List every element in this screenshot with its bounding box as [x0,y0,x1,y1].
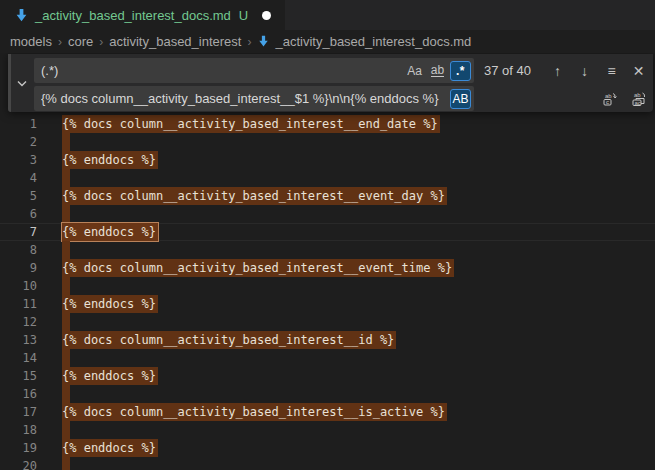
replace-row: {% docs column__activity_based_interest_… [34,86,649,111]
line-text[interactable] [62,385,70,403]
code-lines: 1{% docs column__activity_based_interest… [0,53,655,470]
whole-word-icon: ab [431,65,444,77]
next-match-button[interactable]: ↓ [574,60,595,81]
search-match-empty [62,205,70,223]
editor[interactable]: 1{% docs column__activity_based_interest… [0,53,655,470]
line-text[interactable] [62,169,70,187]
breadcrumb-item-activity-based-interest[interactable]: activity_based_interest [109,34,241,49]
code-line[interactable]: 19{% enddocs %} [0,439,655,457]
breadcrumb-item-file[interactable]: _activity_based_interest_docs.md [257,34,471,49]
line-text[interactable]: {% enddocs %} [62,439,158,457]
search-match: {% enddocs %} [62,295,158,313]
arrow-up-icon: ↑ [554,62,561,80]
code-line[interactable]: 10 [0,277,655,295]
line-text[interactable] [62,349,70,367]
code-line[interactable]: 13{% docs column__activity_based_interes… [0,331,655,349]
search-match-empty [62,277,70,295]
selection-icon: ≡ [607,62,615,80]
code-line[interactable]: 18 [0,421,655,439]
code-line[interactable]: 17{% docs column__activity_based_interes… [0,403,655,421]
replace-input[interactable]: {% docs column__activity_based_interest_… [34,86,474,111]
markdown-file-icon [14,8,29,23]
line-number: 7 [0,223,62,241]
arrow-down-icon: ↓ [581,62,588,80]
search-match: {% enddocs %} [62,439,158,457]
line-text[interactable]: {% docs column__activity_based_interest_… [62,403,447,421]
find-in-selection-button[interactable]: ≡ [601,60,622,81]
close-find-button[interactable]: ✕ [628,60,649,81]
line-text[interactable]: {% docs column__activity_based_interest_… [62,115,440,133]
code-line[interactable]: 2 [0,133,655,151]
search-match: {% docs column__activity_based_interest_… [62,403,447,421]
code-line[interactable]: 8 [0,241,655,259]
preserve-case-icon: AB [452,90,468,108]
line-text[interactable] [62,421,70,439]
code-line[interactable]: 9{% docs column__activity_based_interest… [0,259,655,277]
chevron-right-icon: › [58,35,62,49]
line-text[interactable] [62,313,70,331]
replace-button[interactable]: ab c [599,88,620,109]
line-text[interactable]: {% docs column__activity_based_interest_… [62,331,396,349]
find-widget-resize-sash[interactable] [8,54,11,112]
line-number: 2 [0,133,62,151]
line-text[interactable]: {% enddocs %} [62,367,158,385]
code-line[interactable]: 3{% enddocs %} [0,151,655,169]
replace-icon: ab c [602,91,618,107]
find-row: (.*) Aa ab .* 37 of 40 [34,58,649,83]
search-match-empty [62,169,70,187]
line-text[interactable]: {% docs column__activity_based_interest_… [62,259,454,277]
replace-all-button[interactable]: ab ac [628,88,649,109]
line-number: 18 [0,421,62,439]
tab-active-file[interactable]: _activity_based_interest_docs.md U [0,0,285,30]
match-case-icon: Aa [407,62,422,80]
search-match-empty [62,457,70,470]
unsaved-changes-dot[interactable] [262,11,271,20]
match-case-button[interactable]: Aa [404,61,425,81]
code-line[interactable]: 7{% enddocs %} [0,223,655,241]
regex-button[interactable]: .* [450,61,471,81]
preserve-case-button[interactable]: AB [450,89,471,109]
line-text[interactable]: {% enddocs %} [62,151,158,169]
chevron-right-icon: › [247,35,251,49]
code-line[interactable]: 14 [0,349,655,367]
line-number: 3 [0,151,62,169]
svg-text:c: c [606,99,609,105]
code-line[interactable]: 15{% enddocs %} [0,367,655,385]
line-text[interactable]: {% enddocs %} [62,295,158,313]
code-line[interactable]: 20 [0,457,655,470]
toggle-replace-button[interactable] [13,54,31,112]
line-text[interactable] [62,205,70,223]
search-match: {% enddocs %} [62,151,158,169]
line-number: 5 [0,187,62,205]
line-number: 6 [0,205,62,223]
line-text[interactable] [62,277,70,295]
replace-value: {% docs column__activity_based_interest_… [41,90,448,108]
search-match: {% docs column__activity_based_interest_… [62,259,454,277]
line-text[interactable] [62,133,70,151]
code-line[interactable]: 6 [0,205,655,223]
code-line[interactable]: 5{% docs column__activity_based_interest… [0,187,655,205]
search-match: {% docs column__activity_based_interest_… [62,115,440,133]
code-line[interactable]: 16 [0,385,655,403]
line-number: 10 [0,277,62,295]
breadcrumb-item-models[interactable]: models [10,34,52,49]
whole-word-button[interactable]: ab [427,61,448,81]
line-text[interactable] [62,457,70,470]
code-line[interactable]: 1{% docs column__activity_based_interest… [0,115,655,133]
svg-text:ac: ac [634,99,640,105]
tab-bar: _activity_based_interest_docs.md U [0,0,655,30]
code-line[interactable]: 11{% enddocs %} [0,295,655,313]
line-number: 15 [0,367,62,385]
breadcrumb-item-core[interactable]: core [68,34,93,49]
code-line[interactable]: 12 [0,313,655,331]
search-input[interactable]: (.*) Aa ab .* [34,58,474,83]
svg-text:ab: ab [605,92,612,98]
code-line[interactable]: 4 [0,169,655,187]
previous-match-button[interactable]: ↑ [547,60,568,81]
search-match-empty [62,385,70,403]
search-match-empty [62,313,70,331]
line-text[interactable]: {% docs column__activity_based_interest_… [62,187,447,205]
line-text[interactable] [62,241,70,259]
line-text[interactable]: {% enddocs %} [62,223,158,241]
search-match-current: {% enddocs %} [62,223,158,241]
